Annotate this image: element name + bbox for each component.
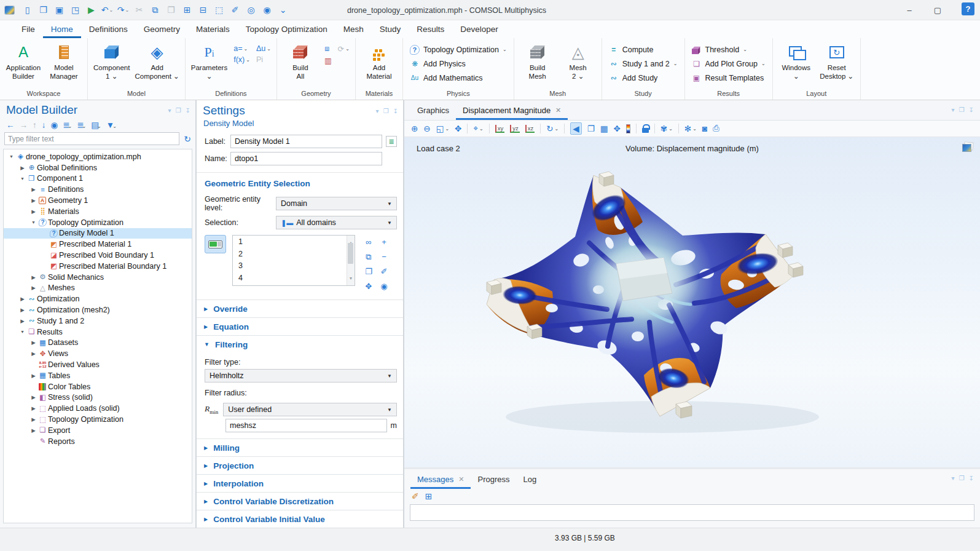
duplicate-icon[interactable]: ⊞ — [180, 2, 194, 17]
tree-item-results[interactable]: ▼❏Results — [4, 327, 192, 338]
show-grid-icon[interactable]: ▦ — [600, 124, 608, 133]
tree-chevron-icon[interactable]: ▶ — [18, 318, 26, 324]
threshold-button[interactable]: Threshold⌄ — [692, 44, 766, 55]
section-filtering[interactable]: ▼Filtering — [197, 335, 403, 353]
tree-chevron-icon[interactable]: ▶ — [29, 373, 37, 379]
cut-icon[interactable]: ✂ — [132, 2, 146, 17]
tab-log[interactable]: Log — [517, 469, 544, 489]
component-1-button[interactable]: Component 1 ⌄ — [91, 39, 132, 89]
tree-item-prescribed-void-boundary-1[interactable]: ◪Prescribed Void Boundary 1 — [4, 250, 192, 261]
ribbon-tab-geometry[interactable]: Geometry — [136, 20, 188, 38]
image-snapshot-icon[interactable]: ✻⌄ — [684, 124, 697, 133]
save-file-icon[interactable]: ▣ — [52, 2, 66, 17]
tree-item-derived-values[interactable]: 8.85 e-12Derived Values — [4, 359, 192, 370]
tree-item-topology-optimization[interactable]: ▼?Topology Optimization — [4, 217, 192, 228]
tab-messages[interactable]: Messages✕ — [410, 469, 471, 489]
section-equation[interactable]: ▶Equation — [197, 317, 403, 335]
tree-chevron-icon[interactable]: ▶ — [29, 351, 37, 357]
section-milling[interactable]: ▶Milling — [197, 438, 403, 456]
graphics-canvas[interactable]: Load case 2 Volume: Displacement magnitu… — [404, 137, 980, 467]
section-control-variable-discretization[interactable]: ▶Control Variable Discretization — [197, 492, 403, 510]
tree-chevron-icon[interactable]: ▶ — [29, 186, 37, 192]
nonlocal-couplings-button[interactable]: Δu⌄ — [256, 44, 271, 53]
tree-item-prescribed-material-boundary-1[interactable]: ◩Prescribed Material Boundary 1 — [4, 261, 192, 272]
tree-chevron-icon[interactable]: ▶ — [29, 394, 37, 400]
tree-chevron-icon[interactable]: ▶ — [29, 274, 37, 280]
zoom-to-selection-icon[interactable]: ✥ — [361, 279, 376, 293]
tree-filter-input[interactable] — [4, 132, 179, 145]
functions-button[interactable]: f(x)⌄ — [233, 55, 250, 64]
panel-menu-icon[interactable]: ▾ — [952, 106, 955, 113]
lock-camera-icon[interactable] — [642, 124, 649, 133]
tree-item-applied-loads-solid-[interactable]: ▶⬚Applied Loads (solid) — [4, 403, 192, 414]
pin-panel-icon[interactable]: ↧ — [186, 107, 190, 114]
scene-light-icon[interactable]: ◀ — [570, 122, 581, 135]
tree-item-color-tables[interactable]: Color Tables — [4, 381, 192, 392]
topology-optimization-physics-button[interactable]: ?Topology Optimization⌄ — [410, 44, 507, 55]
windows-button[interactable]: Windows ⌄ — [776, 39, 817, 89]
domain-list-item[interactable]: 3 — [238, 260, 355, 272]
view-xz-icon[interactable]: xz — [525, 125, 535, 133]
refresh-icon[interactable]: ↻ — [184, 134, 191, 144]
tree-chevron-icon[interactable]: ▶ — [18, 165, 26, 171]
section-projection[interactable]: ▶Projection — [197, 456, 403, 474]
tree-item-optimization-mesh2-[interactable]: ▶∾Optimization (mesh2) — [4, 304, 192, 315]
show-axis-orientation-icon[interactable]: ✥ — [614, 124, 621, 133]
collapse-all-icon[interactable]: ≣⌄ — [63, 120, 72, 130]
show-in-model-tree-icon[interactable]: ≣ — [386, 136, 397, 147]
clear-messages-icon[interactable]: ✐ — [412, 491, 419, 501]
list-scrollbar[interactable]: ▲▼ — [347, 236, 355, 285]
entity-level-dropdown[interactable]: Domain▼ — [276, 197, 397, 210]
paste-selection-icon[interactable]: ❐ — [361, 264, 376, 279]
panel-menu-icon[interactable]: ▾ — [952, 475, 955, 482]
redo-icon[interactable]: ↷⌄ — [116, 2, 130, 17]
reset-desktop-button[interactable]: ↻Reset Desktop ⌄ — [817, 39, 857, 89]
tree-item-tables[interactable]: ▶▦Tables — [4, 370, 192, 381]
ribbon-tab-definitions[interactable]: Definitions — [81, 20, 136, 38]
tree-item-geometry-1[interactable]: ▶AGeometry 1 — [4, 195, 192, 206]
minimize-button[interactable]: – — [895, 0, 923, 20]
tree-item-definitions[interactable]: ▶≡Definitions — [4, 184, 192, 195]
view-xy-icon[interactable]: xy — [495, 125, 505, 133]
filter-icon[interactable]: ▼⌄ — [106, 121, 117, 130]
go-to-default-view-icon[interactable]: ⌖⌄ — [473, 124, 483, 133]
paste-icon[interactable]: ❐ — [164, 2, 178, 17]
tree-chevron-icon[interactable]: ▼ — [18, 176, 26, 181]
go-forward-icon[interactable]: → — [20, 121, 28, 130]
tree-item-topology-optimization[interactable]: ▶⬚Topology Optimization — [4, 414, 192, 425]
create-selection-icon[interactable]: ∞ — [361, 235, 376, 249]
tree-item-prescribed-material-1[interactable]: ◩Prescribed Material 1 — [4, 239, 192, 250]
parameter-case-button[interactable]: Pi — [256, 55, 271, 64]
add-component-button[interactable]: ◈Add Component ⌄ — [132, 39, 181, 89]
add-to-selection-icon[interactable]: + — [377, 235, 391, 249]
clear-selection-icon[interactable]: ✐ — [228, 2, 242, 17]
find-icon[interactable]: ◎ — [244, 2, 258, 17]
build-mesh-button[interactable]: Build Mesh — [517, 39, 558, 89]
panel-menu-icon[interactable]: ▾ — [376, 108, 379, 114]
selection-dropdown[interactable]: ❚▬ All domains▼ — [276, 216, 397, 229]
tree-item-global-definitions[interactable]: ▶⊕Global Definitions — [4, 162, 192, 173]
selected-domains-list[interactable]: ▲▼ 1234 — [232, 235, 355, 286]
panel-menu-icon[interactable]: ▾ — [168, 107, 171, 114]
application-builder-button[interactable]: AApplication Builder — [3, 39, 44, 89]
move-down-icon[interactable]: ↓ — [42, 121, 46, 130]
ribbon-tab-mesh[interactable]: Mesh — [335, 20, 372, 38]
float-panel-icon[interactable]: ❐ — [959, 106, 965, 113]
zoom-extents-icon[interactable]: ✥ — [455, 124, 461, 133]
pin-panel-icon[interactable]: ↧ — [969, 475, 974, 482]
section-override[interactable]: ▶Override — [197, 299, 403, 317]
ribbon-tab-results[interactable]: Results — [409, 20, 452, 38]
show-icon[interactable]: ◉ — [51, 120, 58, 130]
model-manager-button[interactable]: Model Manager — [44, 39, 84, 89]
color-legend-icon[interactable] — [626, 124, 630, 133]
add-physics-button[interactable]: ❋Add Physics — [410, 58, 507, 69]
save-search-icon[interactable]: ◳ — [68, 2, 82, 17]
plot-thumbnail-icon[interactable] — [962, 142, 973, 151]
filter-radius-mode-dropdown[interactable]: User defined▼ — [223, 403, 397, 416]
rebuild-button[interactable]: ⟳⌄ — [338, 44, 350, 54]
variables-button[interactable]: a=⌄ — [233, 44, 250, 53]
select-icon[interactable]: ⬚ — [212, 2, 226, 17]
tree-chevron-icon[interactable]: ▶ — [29, 339, 37, 346]
more-icon[interactable]: ⌄ — [276, 2, 290, 17]
show-selection-icon[interactable]: ◉ — [377, 279, 391, 293]
